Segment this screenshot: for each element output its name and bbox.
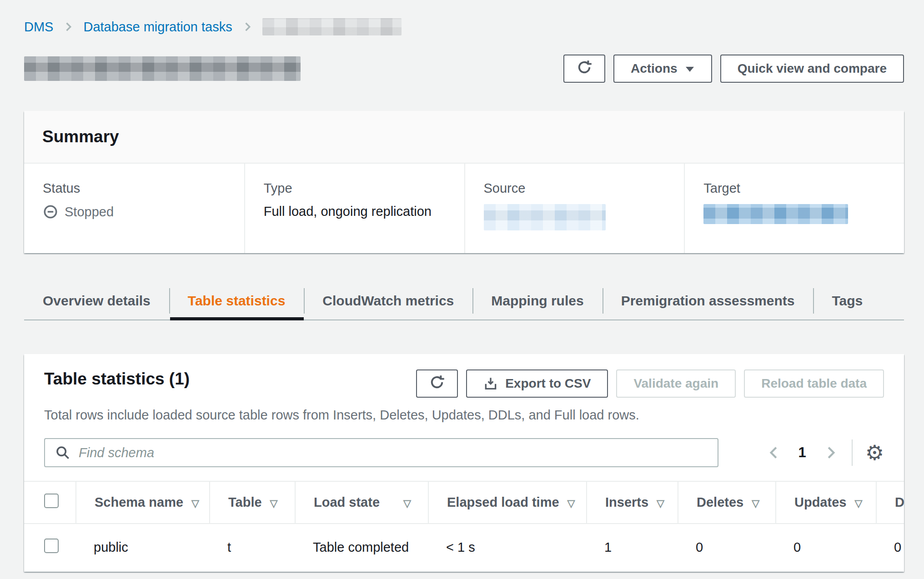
- download-icon: [483, 376, 498, 391]
- column-header-inserts[interactable]: Inserts▽: [586, 481, 678, 524]
- status-label: Status: [43, 181, 235, 196]
- quick-view-compare-label: Quick view and compare: [738, 61, 887, 76]
- refresh-button[interactable]: [563, 55, 605, 83]
- tab-tags[interactable]: Tags: [813, 282, 881, 319]
- tab-premigration-assessments[interactable]: Premigration assessments: [603, 282, 814, 319]
- sort-icon: ▽: [657, 498, 664, 509]
- sort-icon: ▽: [270, 498, 278, 509]
- actions-button[interactable]: Actions: [613, 55, 712, 83]
- tab-mapping-rules[interactable]: Mapping rules: [472, 282, 602, 319]
- column-header-table[interactable]: Table▽: [209, 481, 295, 524]
- schema-search-box: [44, 438, 718, 467]
- summary-grid: Status Stopped Type Full load, ongoing r…: [24, 164, 904, 253]
- validate-again-button[interactable]: Validate again: [616, 369, 736, 398]
- breadcrumb-link-tasks[interactable]: Database migration tasks: [83, 20, 232, 35]
- redacted-task-name-crumb: [262, 18, 402, 35]
- tab-overview-details[interactable]: Overview details: [24, 282, 169, 319]
- redacted-page-title: [24, 56, 301, 81]
- cell-inserts: 1: [586, 524, 678, 572]
- table-statistics-header: Table statistics (1) Export to CSV Valid…: [24, 369, 904, 398]
- source-value: [484, 204, 675, 230]
- sort-icon: ▽: [191, 498, 199, 509]
- page-header: Actions Quick view and compare: [24, 55, 904, 83]
- column-header-deletes[interactable]: Deletes▽: [678, 481, 775, 524]
- type-value: Full load, ongoing replication: [264, 204, 455, 219]
- sort-icon: ▽: [567, 498, 575, 509]
- status-text: Stopped: [65, 205, 114, 220]
- summary-title: Summary: [42, 127, 886, 146]
- status-value: Stopped: [43, 204, 235, 220]
- select-all-header: [24, 481, 75, 524]
- cell-ddls: 0: [876, 524, 904, 572]
- cell-load-state: Table completed: [295, 524, 428, 572]
- header-actions: Actions Quick view and compare: [563, 55, 904, 83]
- search-icon: [55, 445, 70, 460]
- pagination-divider: [852, 439, 853, 466]
- table-header-row: Schema name▽ Table▽ Load state▽ Elapsed …: [24, 481, 904, 524]
- cell-updates: 0: [775, 524, 876, 572]
- table-filter-row: 1 ⚙: [24, 438, 904, 467]
- table-statistics-card: Table statistics (1) Export to CSV Valid…: [24, 354, 904, 572]
- cell-elapsed-load-time: < 1 s: [428, 524, 586, 572]
- find-schema-input[interactable]: [79, 439, 708, 466]
- summary-col-target: Target: [684, 164, 904, 253]
- pagination: 1: [768, 444, 837, 461]
- next-page-icon[interactable]: [824, 445, 837, 460]
- target-label: Target: [703, 181, 895, 196]
- table-statistics-title: Table statistics (1): [44, 369, 190, 389]
- refresh-icon: [429, 374, 445, 394]
- export-to-csv-button[interactable]: Export to CSV: [466, 369, 608, 398]
- stopped-icon: [43, 204, 58, 220]
- sort-icon: ▽: [403, 498, 411, 509]
- row-select-cell: [24, 524, 75, 572]
- column-header-ddls[interactable]: DDLs: [876, 481, 904, 524]
- task-tabs: Overview details Table statistics CloudW…: [24, 282, 904, 320]
- tab-table-statistics[interactable]: Table statistics: [169, 282, 304, 319]
- table-statistics-description: Total rows include loaded source table r…: [24, 408, 904, 423]
- settings-gear-icon[interactable]: ⚙: [865, 442, 884, 463]
- breadcrumb-link-dms[interactable]: DMS: [24, 20, 53, 35]
- redacted-target-link[interactable]: [703, 204, 848, 224]
- reload-table-data-button[interactable]: Reload table data: [744, 369, 884, 398]
- summary-col-source: Source: [464, 164, 684, 253]
- row-checkbox[interactable]: [44, 539, 59, 553]
- source-label: Source: [484, 181, 675, 196]
- table-statistics-table: Schema name▽ Table▽ Load state▽ Elapsed …: [24, 481, 904, 572]
- cell-schema-name: public: [75, 524, 209, 572]
- summary-card-header: Summary: [24, 111, 904, 164]
- column-header-elapsed-load-time[interactable]: Elapsed load time▽: [428, 481, 586, 524]
- sort-icon: ▽: [752, 498, 759, 509]
- refresh-icon: [576, 59, 593, 79]
- chevron-right-icon: [63, 22, 73, 32]
- previous-page-icon[interactable]: [768, 445, 780, 460]
- table-statistics-actions: Export to CSV Validate again Reload tabl…: [416, 369, 884, 398]
- page-number[interactable]: 1: [798, 444, 806, 461]
- column-header-load-state[interactable]: Load state▽: [295, 481, 428, 524]
- type-label: Type: [264, 181, 455, 196]
- column-header-updates[interactable]: Updates▽: [775, 481, 876, 524]
- dms-task-page: DMS Database migration tasks Actions: [0, 0, 924, 572]
- actions-button-label: Actions: [631, 61, 678, 76]
- quick-view-compare-button[interactable]: Quick view and compare: [720, 55, 904, 83]
- column-header-schema-name[interactable]: Schema name▽: [75, 481, 209, 524]
- validate-again-label: Validate again: [633, 376, 718, 391]
- tab-cloudwatch-metrics[interactable]: CloudWatch metrics: [304, 282, 472, 319]
- summary-col-status: Status Stopped: [24, 164, 244, 253]
- reload-table-data-label: Reload table data: [761, 376, 867, 391]
- redacted-source-link[interactable]: [484, 204, 606, 230]
- cell-deletes: 0: [678, 524, 775, 572]
- cell-table: t: [209, 524, 295, 572]
- select-all-checkbox[interactable]: [44, 494, 59, 508]
- breadcrumb: DMS Database migration tasks: [24, 18, 904, 35]
- chevron-right-icon: [242, 22, 252, 32]
- target-value: [703, 204, 895, 224]
- export-to-csv-label: Export to CSV: [505, 376, 591, 391]
- table-refresh-button[interactable]: [416, 369, 458, 398]
- table-row: public t Table completed < 1 s 1 0 0 0: [24, 524, 904, 572]
- caret-down-icon: [685, 61, 695, 76]
- sort-icon: ▽: [854, 498, 862, 509]
- summary-card: Summary Status Stopped Type Full load, o…: [24, 111, 904, 253]
- summary-col-type: Type Full load, ongoing replication: [244, 164, 464, 253]
